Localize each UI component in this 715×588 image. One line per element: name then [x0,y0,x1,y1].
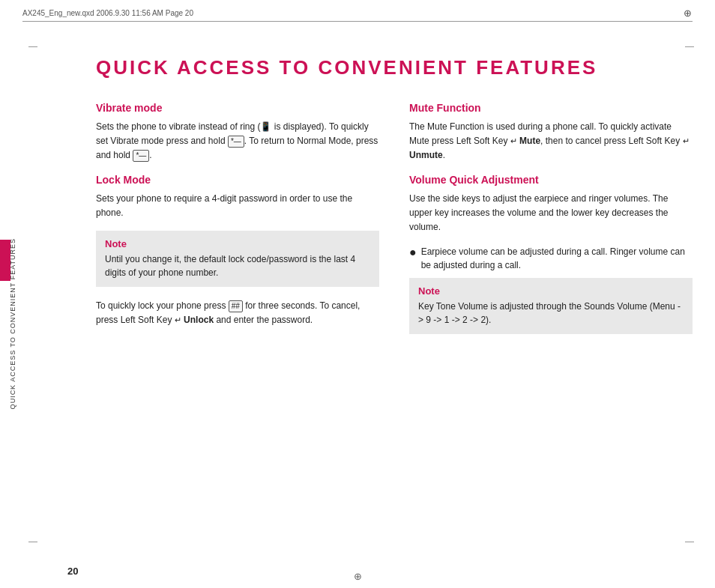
arrow-icon-mute: ↵ [510,136,517,145]
unmute-label: Unmute [409,150,443,160]
lock-note-box: Note Until you change it, the default lo… [96,231,379,287]
mute-label: Mute [519,136,540,146]
page-number: 20 [67,566,78,577]
lock-note-label: Note [105,238,370,249]
bullet-item: ● Earpiece volume can be adjusted during… [409,245,693,272]
star-key-icon: *— [228,136,244,148]
lock-mode-heading: Lock Mode [96,174,379,186]
lock-extra-text: To quickly lock your phone press ## for … [96,299,379,327]
volume-note-box: Note Key Tone Volume is adjusted through… [409,278,693,334]
volume-adjustment-text: Use the side keys to adjust the earpiece… [409,192,693,235]
header-crosshair-icon [682,7,693,18]
sidebar: QUICK ACCESS TO CONVENIENT FEATURES [0,0,28,588]
arrow-icon: ↵ [175,315,181,324]
print-header-text: AX245_Eng_new.qxd 2006.9.30 11:56 AM Pag… [22,9,193,17]
bottom-crosshair-icon: ⊕ [354,571,362,582]
left-column: Vibrate mode Sets the phone to vibrate i… [96,102,379,346]
page-title: QUICK ACCESS TO CONVENIENT FEATURES [28,56,693,79]
bullet-dot-icon: ● [409,245,417,259]
lock-note-text: Until you change it, the default lock co… [105,252,370,279]
content-columns: Vibrate mode Sets the phone to vibrate i… [28,102,693,346]
volume-adjustment-heading: Volume Quick Adjustment [409,174,693,186]
star-key-icon2: *— [133,150,149,162]
sidebar-text-container: QUICK ACCESS TO CONVENIENT FEATURES [0,120,25,528]
main-content: QUICK ACCESS TO CONVENIENT FEATURES Vibr… [28,30,693,558]
phone-icon: 📱 [260,121,271,132]
hash-key-icon: ## [229,300,243,312]
bullet-text: Earpiece volume can be adjusted during a… [421,245,693,272]
vibrate-mode-heading: Vibrate mode [96,102,379,114]
lock-mode-text: Sets your phone to require a 4-digit pas… [96,192,379,220]
volume-note-label: Note [418,285,684,297]
arrow-icon-unmute: ↵ [683,136,690,145]
page-wrapper: AX245_Eng_new.qxd 2006.9.30 11:56 AM Pag… [0,0,715,588]
vibrate-mode-text: Sets the phone to vibrate instead of rin… [96,120,379,163]
mute-function-heading: Mute Function [409,102,693,114]
right-column: Mute Function The Mute Function is used … [409,102,693,346]
unlock-label: Unlock [184,315,214,325]
sidebar-label: QUICK ACCESS TO CONVENIENT FEATURES [9,238,16,409]
mute-function-text: The Mute Function is used during a phone… [409,120,693,163]
print-header: AX245_Eng_new.qxd 2006.9.30 11:56 AM Pag… [22,7,693,22]
volume-note-text: Key Tone Volume is adjusted through the … [418,300,684,327]
